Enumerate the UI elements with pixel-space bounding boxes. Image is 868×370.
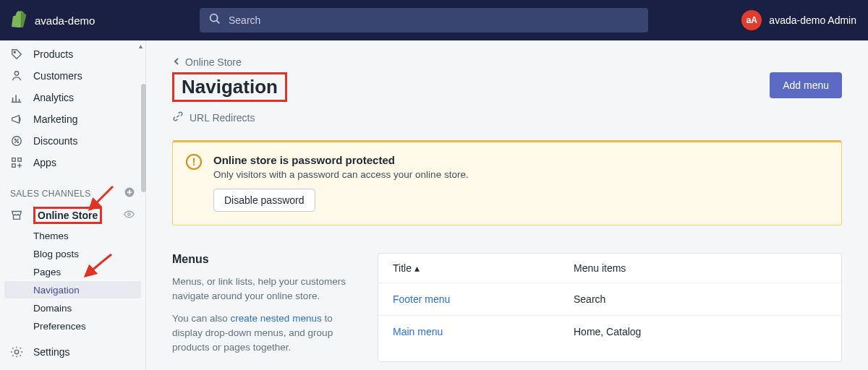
sub-nav-preferences[interactable]: Preferences (0, 317, 145, 335)
svg-point-3 (14, 72, 18, 75)
page-title: Navigation (179, 76, 281, 98)
sidebar-item-products[interactable]: Products (0, 43, 145, 65)
svg-point-21 (14, 350, 18, 353)
brand-name: avada-demo (35, 14, 95, 27)
svg-point-11 (17, 142, 18, 142)
search-input[interactable] (229, 14, 639, 26)
nav-label: Customers (33, 70, 82, 82)
sort-asc-icon: ▴ (414, 262, 420, 274)
brand-area[interactable]: avada-demo (12, 10, 200, 30)
menus-description: Menus Menus, or link lists, help your cu… (172, 253, 360, 362)
warning-icon: ! (186, 154, 202, 170)
menus-heading: Menus (172, 253, 360, 266)
svg-point-0 (210, 14, 218, 22)
nested-menus-link[interactable]: create nested menus (231, 313, 322, 324)
search-bar[interactable] (200, 8, 648, 33)
sidebar-item-apps[interactable]: Apps (0, 152, 145, 173)
menus-para-1: Menus, or link lists, help your customer… (172, 275, 360, 304)
link-icon (172, 111, 184, 124)
svg-rect-12 (12, 158, 16, 162)
sidebar-item-settings[interactable]: Settings (0, 341, 145, 363)
nav-label: Discounts (33, 135, 77, 147)
scrollbar-thumb[interactable] (141, 84, 146, 192)
main-content: Online Store Navigation URL Redirects Ad… (146, 40, 868, 370)
nav-label: Settings (33, 346, 70, 358)
menu-title-link[interactable]: Main menu (393, 326, 574, 337)
svg-point-10 (14, 139, 15, 139)
url-redirects-link[interactable]: URL Redirects (172, 111, 287, 124)
highlight-online-store: Online Store (33, 207, 102, 224)
table-row[interactable]: Footer menu Search (378, 283, 841, 316)
sidebar-item-marketing[interactable]: Marketing (0, 108, 145, 130)
top-bar: avada-demo aA avada-demo Admin (0, 0, 868, 40)
megaphone-icon (10, 113, 23, 126)
sidebar-item-customers[interactable]: Customers (0, 65, 145, 87)
svg-point-20 (128, 212, 130, 215)
tag-icon (10, 48, 23, 61)
table-row[interactable]: Main menu Home, Catalog (378, 316, 841, 348)
svg-point-2 (14, 51, 15, 53)
sub-nav-pages[interactable]: Pages (0, 263, 145, 280)
col-items-header[interactable]: Menu items (574, 262, 626, 274)
menus-para-2: You can also create nested menus to disp… (172, 311, 360, 356)
nav-label: Apps (33, 157, 56, 168)
banner-title: Online store is password protected (213, 154, 469, 166)
sub-nav-themes[interactable]: Themes (0, 227, 145, 244)
sidebar-item-online-store[interactable]: Online Store (10, 207, 102, 224)
avatar: aA (741, 10, 762, 30)
banner-text: Only visitors with a password can access… (213, 169, 469, 180)
add-channel-icon[interactable] (124, 186, 135, 200)
breadcrumb-label: Online Store (185, 56, 242, 68)
breadcrumb[interactable]: Online Store (172, 56, 842, 68)
bar-chart-icon (10, 91, 23, 104)
menu-title-link[interactable]: Footer menu (393, 293, 574, 305)
password-banner: ! Online store is password protected Onl… (172, 140, 842, 225)
highlight-page-title: Navigation (172, 72, 287, 102)
scroll-up-icon[interactable]: ▴ (135, 40, 145, 51)
sub-nav-blog-posts[interactable]: Blog posts (0, 245, 145, 262)
sidebar-item-discounts[interactable]: Discounts (0, 130, 145, 152)
shopify-logo-icon (12, 10, 27, 30)
menu-items-cell: Search (574, 293, 605, 305)
sub-nav-navigation[interactable]: Navigation (4, 281, 141, 298)
section-label: SALES CHANNELS (10, 189, 91, 199)
svg-line-1 (217, 21, 220, 24)
chevron-left-icon (172, 56, 181, 68)
menus-table: Title ▴ Menu items Footer menu Search Ma… (378, 253, 842, 362)
discount-icon (10, 134, 23, 147)
add-menu-button[interactable]: Add menu (770, 72, 842, 98)
svg-rect-14 (12, 164, 16, 168)
channel-label: Online Store (38, 210, 98, 221)
apps-icon (10, 156, 23, 169)
url-redirects-label: URL Redirects (190, 112, 255, 124)
sidebar: ▴ Products Customers Analytics Marketing… (0, 40, 146, 370)
store-icon (10, 208, 23, 223)
eye-icon[interactable] (123, 208, 135, 223)
username: avada-demo Admin (769, 14, 856, 26)
sidebar-item-analytics[interactable]: Analytics (0, 87, 145, 108)
sub-nav-domains[interactable]: Domains (0, 299, 145, 317)
gear-icon (10, 345, 23, 358)
nav-label: Products (33, 48, 73, 60)
user-menu[interactable]: aA avada-demo Admin (741, 10, 856, 30)
disable-password-button[interactable]: Disable password (213, 189, 315, 212)
menu-items-cell: Home, Catalog (574, 326, 641, 337)
nav-label: Marketing (33, 113, 77, 125)
sales-channels-header: SALES CHANNELS (0, 173, 145, 205)
search-icon (208, 12, 221, 28)
svg-rect-13 (18, 158, 22, 162)
person-icon (10, 69, 23, 82)
nav-label: Analytics (33, 92, 74, 103)
col-title-header[interactable]: Title ▴ (393, 262, 574, 274)
